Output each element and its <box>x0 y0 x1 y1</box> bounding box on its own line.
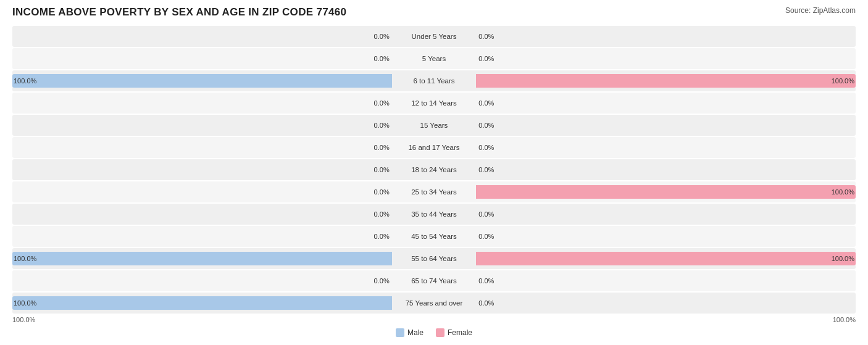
right-section: 0.0% <box>476 293 856 314</box>
male-value: 100.0% <box>14 299 36 307</box>
left-section: 0.0% <box>12 181 392 202</box>
female-value: 100.0% <box>832 255 854 262</box>
right-section: 0.0% <box>476 26 856 47</box>
age-label: Under 5 Years <box>392 33 477 40</box>
female-value: 0.0% <box>478 144 494 151</box>
female-bar <box>476 74 856 88</box>
male-value: 0.0% <box>374 122 390 129</box>
female-value: 0.0% <box>478 122 494 129</box>
right-section: 0.0% <box>476 115 856 136</box>
right-section: 0.0% <box>476 159 856 180</box>
source-text: Source: ZipAtlas.com <box>785 6 856 15</box>
male-value: 0.0% <box>374 99 390 107</box>
male-value: 0.0% <box>374 33 390 40</box>
male-value: 0.0% <box>374 144 390 151</box>
female-value: 0.0% <box>478 166 494 173</box>
male-value: 0.0% <box>374 166 390 173</box>
right-section: 0.0% <box>476 48 856 69</box>
bar-row: 0.0%16 and 17 Years0.0% <box>12 137 856 158</box>
female-value: 0.0% <box>478 299 494 307</box>
bar-row: 0.0%Under 5 Years0.0% <box>12 26 856 47</box>
left-section: 0.0% <box>12 48 392 69</box>
female-value: 100.0% <box>832 188 854 196</box>
legend-row: Male Female <box>12 328 856 337</box>
age-label: 75 Years and over <box>392 299 477 307</box>
left-section: 100.0% <box>12 293 392 314</box>
right-section: 0.0% <box>476 204 856 225</box>
legend-male-label: Male <box>407 328 424 337</box>
age-label: 5 Years <box>392 55 477 62</box>
age-label: 18 to 24 Years <box>392 166 477 173</box>
male-bar <box>12 252 392 265</box>
left-section: 0.0% <box>12 26 392 47</box>
left-section: 0.0% <box>12 93 392 114</box>
bar-row: 100.0%75 Years and over0.0% <box>12 293 856 314</box>
female-bar <box>476 252 856 265</box>
bar-row: 100.0%6 to 11 Years100.0% <box>12 70 856 91</box>
left-section: 0.0% <box>12 204 392 225</box>
bar-row: 0.0%35 to 44 Years0.0% <box>12 204 856 225</box>
bar-row: 0.0%12 to 14 Years0.0% <box>12 93 856 114</box>
left-section: 100.0% <box>12 248 392 269</box>
bar-row: 0.0%45 to 54 Years0.0% <box>12 226 856 247</box>
right-section: 0.0% <box>476 270 856 291</box>
legend-male: Male <box>396 328 424 337</box>
left-section: 0.0% <box>12 115 392 136</box>
age-label: 6 to 11 Years <box>392 77 477 85</box>
bottom-left-label: 100.0% <box>12 316 35 323</box>
male-value: 0.0% <box>374 210 390 218</box>
chart-area: 0.0%Under 5 Years0.0%0.0%5 Years0.0%100.… <box>12 26 856 314</box>
legend-female-label: Female <box>448 328 472 337</box>
female-value: 0.0% <box>478 277 494 285</box>
male-value: 0.0% <box>374 277 390 285</box>
legend-male-box <box>396 328 404 337</box>
right-section: 0.0% <box>476 137 856 158</box>
female-value: 0.0% <box>478 55 494 62</box>
bar-row: 0.0%15 Years0.0% <box>12 115 856 136</box>
right-section: 100.0% <box>476 248 856 269</box>
bar-row: 0.0%5 Years0.0% <box>12 48 856 69</box>
right-section: 0.0% <box>476 226 856 247</box>
right-section: 100.0% <box>476 181 856 202</box>
female-value: 0.0% <box>478 33 494 40</box>
left-section: 100.0% <box>12 70 392 91</box>
legend-female: Female <box>436 328 472 337</box>
male-value: 0.0% <box>374 233 390 240</box>
age-label: 16 and 17 Years <box>392 144 477 151</box>
right-section: 0.0% <box>476 93 856 114</box>
chart-title: INCOME ABOVE POVERTY BY SEX AND AGE IN Z… <box>12 6 346 19</box>
left-section: 0.0% <box>12 137 392 158</box>
male-bar <box>12 296 392 310</box>
left-section: 0.0% <box>12 159 392 180</box>
female-value: 0.0% <box>478 233 494 240</box>
male-value: 0.0% <box>374 188 390 196</box>
male-bar <box>12 74 392 88</box>
age-label: 65 to 74 Years <box>392 277 477 285</box>
left-section: 0.0% <box>12 226 392 247</box>
female-value: 0.0% <box>478 99 494 107</box>
age-label: 12 to 14 Years <box>392 99 477 107</box>
age-label: 55 to 64 Years <box>392 255 477 262</box>
bar-row: 0.0%65 to 74 Years0.0% <box>12 270 856 291</box>
bar-row: 0.0%25 to 34 Years100.0% <box>12 181 856 202</box>
bottom-right-label: 100.0% <box>833 316 856 323</box>
bar-row: 100.0%55 to 64 Years100.0% <box>12 248 856 269</box>
female-value: 0.0% <box>478 210 494 218</box>
legend-female-box <box>436 328 444 337</box>
female-value: 100.0% <box>832 77 854 85</box>
right-section: 100.0% <box>476 70 856 91</box>
female-bar <box>476 185 856 199</box>
male-value: 0.0% <box>374 55 390 62</box>
age-label: 45 to 54 Years <box>392 233 477 240</box>
male-value: 100.0% <box>14 255 36 262</box>
left-section: 0.0% <box>12 270 392 291</box>
bar-row: 0.0%18 to 24 Years0.0% <box>12 159 856 180</box>
age-label: 15 Years <box>392 122 477 129</box>
age-label: 25 to 34 Years <box>392 188 477 196</box>
bottom-row: 100.0% 100.0% <box>12 316 856 323</box>
age-label: 35 to 44 Years <box>392 210 477 218</box>
male-value: 100.0% <box>14 77 36 85</box>
